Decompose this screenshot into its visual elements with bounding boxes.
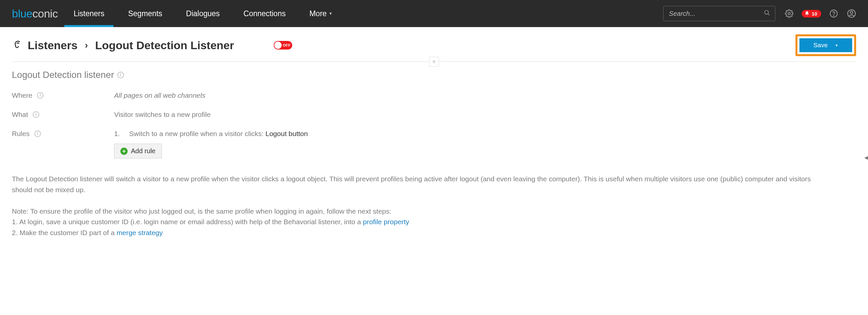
enable-toggle[interactable]: OFF <box>274 41 292 50</box>
svg-point-2 <box>788 12 790 15</box>
right-edge-handle[interactable]: ◀ <box>864 155 868 160</box>
search-input[interactable] <box>668 9 764 18</box>
main-content: Logout Detection listener i Where i All … <box>0 62 844 251</box>
notifications-pill[interactable]: 10 <box>802 10 821 18</box>
what-value: Visitor switches to a new profile <box>114 111 211 118</box>
what-label-text: What <box>12 111 28 118</box>
search-icon[interactable] <box>764 9 770 18</box>
brand-logo-part1: blue <box>12 7 32 20</box>
nav-more[interactable]: More ▼ <box>309 0 333 27</box>
info-icon[interactable]: i <box>33 111 39 118</box>
chevron-down-icon: ▼ <box>329 11 333 16</box>
bell-icon <box>804 11 810 16</box>
nav-more-label: More <box>309 9 327 18</box>
search-box[interactable] <box>663 6 775 21</box>
description-step-2: 2. Make the customer ID part of a merge … <box>12 228 830 238</box>
rule-item-1[interactable]: 1. Switch to a new profile when a visito… <box>114 130 308 138</box>
nav-dialogues[interactable]: Dialogues <box>186 0 220 27</box>
listener-ear-icon <box>12 39 23 51</box>
breadcrumb-root[interactable]: Listeners <box>28 39 78 52</box>
rules-body: 1. Switch to a new profile when a visito… <box>114 130 308 159</box>
toggle-state-label: OFF <box>283 43 291 47</box>
section-divider: + <box>12 61 856 62</box>
brand-logo[interactable]: blueconic <box>0 7 73 20</box>
save-highlight-frame: Save ▼ <box>796 34 856 56</box>
rule-target: Logout button <box>266 130 308 137</box>
description-block: The Logout Detection listener will switc… <box>12 174 830 238</box>
svg-point-0 <box>765 10 769 14</box>
description-note-intro: Note: To ensure the profile of the visit… <box>12 206 830 217</box>
add-section-button[interactable]: + <box>429 57 439 67</box>
rules-row: Rules i 1. Switch to a new profile when … <box>12 130 832 159</box>
description-paragraph: The Logout Detection listener will switc… <box>12 174 830 195</box>
breadcrumb-row: Listeners › Logout Detection Listener OF… <box>0 27 868 56</box>
step1-prefix: 1. At login, save a unique customer ID (… <box>12 218 363 226</box>
user-icon[interactable] <box>846 8 857 19</box>
where-row: Where i All pages on all web channels <box>12 91 832 99</box>
save-button[interactable]: Save ▼ <box>799 38 852 52</box>
info-icon[interactable]: i <box>34 131 41 137</box>
description-step-1: 1. At login, save a unique customer ID (… <box>12 217 830 228</box>
breadcrumb-current: Logout Detection Listener <box>95 39 234 52</box>
merge-strategy-link[interactable]: merge strategy <box>116 229 163 236</box>
info-icon[interactable]: i <box>117 71 124 78</box>
nav-connections[interactable]: Connections <box>243 0 286 27</box>
section-title-text: Logout Detection listener <box>12 70 114 80</box>
add-rule-button[interactable]: + Add rule <box>114 144 162 159</box>
step2-prefix: 2. Make the customer ID part of a <box>12 229 116 236</box>
rule-text-prefix: Switch to a new profile when a visitor c… <box>129 130 266 137</box>
breadcrumb-separator: › <box>85 40 88 51</box>
chevron-down-icon: ▼ <box>835 44 838 47</box>
what-row: What i Visitor switches to a new profile <box>12 111 832 118</box>
where-label: Where i <box>12 91 114 99</box>
notifications-count: 10 <box>812 11 817 17</box>
svg-line-1 <box>768 13 770 15</box>
brand-logo-part2: conic <box>32 7 58 20</box>
top-bar: blueconic Listeners Segments Dialogues C… <box>0 0 868 27</box>
toggle-knob <box>274 41 282 49</box>
plus-circle-icon: + <box>120 148 128 155</box>
section-title: Logout Detection listener i <box>12 70 832 80</box>
save-button-label: Save <box>813 41 828 49</box>
plus-icon: + <box>432 58 436 65</box>
svg-point-6 <box>850 11 852 13</box>
what-label: What i <box>12 111 114 118</box>
primary-nav: Listeners Segments Dialogues Connections… <box>73 0 333 27</box>
nav-segments[interactable]: Segments <box>128 0 162 27</box>
help-icon[interactable] <box>829 8 839 19</box>
profile-property-link[interactable]: profile property <box>363 218 409 226</box>
nav-listeners[interactable]: Listeners <box>73 0 104 27</box>
where-label-text: Where <box>12 91 32 99</box>
header-icons: 10 <box>775 8 868 19</box>
rule-number: 1. <box>114 130 127 138</box>
gear-icon[interactable] <box>784 8 795 19</box>
where-value[interactable]: All pages on all web channels <box>114 91 206 99</box>
add-rule-label: Add rule <box>131 147 156 155</box>
rules-label: Rules i <box>12 130 114 138</box>
rules-label-text: Rules <box>12 130 30 138</box>
info-icon[interactable]: i <box>37 92 43 99</box>
svg-point-4 <box>833 15 834 16</box>
